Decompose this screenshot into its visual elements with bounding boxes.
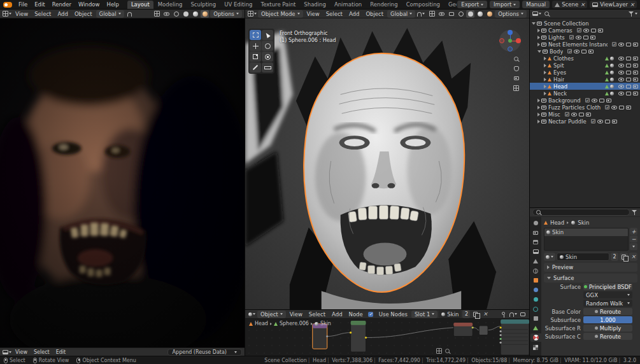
exclude-checkbox-icon[interactable]	[585, 98, 590, 102]
disable-render-icon[interactable]	[586, 113, 591, 116]
outliner-row-misc[interactable]: Misc	[530, 111, 640, 118]
material-slot[interactable]: Skin	[544, 228, 628, 236]
xray-toggle-icon[interactable]	[447, 10, 455, 18]
workspace-tab-compositing[interactable]: Compositing	[402, 1, 444, 9]
disable-viewport-icon[interactable]	[605, 120, 610, 123]
disable-render-icon[interactable]	[598, 29, 603, 32]
scene-selector[interactable]: Scene	[552, 1, 587, 8]
editor-type-icon[interactable]	[3, 10, 11, 18]
tab-particles[interactable]	[530, 295, 541, 304]
tool-transform[interactable]	[262, 52, 273, 62]
base-color-input-button[interactable]: Reroute	[583, 308, 632, 315]
transform-orientation-dropdown[interactable]: Global	[387, 10, 415, 18]
tool-cursor[interactable]	[262, 30, 273, 40]
breadcrumb-material[interactable]: Skin	[578, 220, 589, 226]
outliner-row-nest-elements-instances[interactable]: Nest Elements Instances	[530, 41, 640, 48]
unlink-material-icon[interactable]	[481, 311, 489, 318]
material-users-count[interactable]: 2	[611, 253, 618, 261]
tab-constraints[interactable]	[530, 314, 541, 323]
shading-solid-icon[interactable]	[181, 10, 190, 18]
expand-icon[interactable]	[537, 29, 540, 32]
exclude-checkbox-icon[interactable]	[612, 42, 616, 46]
gizmos-toggle-icon[interactable]	[428, 10, 436, 18]
disable-viewport-icon[interactable]	[599, 99, 604, 102]
expand-icon[interactable]	[537, 120, 540, 123]
overlays-toggle-icon[interactable]	[437, 10, 446, 18]
menu-view[interactable]: View	[13, 349, 30, 355]
disable-viewport-icon[interactable]	[626, 71, 631, 74]
tab-physics[interactable]	[530, 305, 541, 313]
camera-view-icon[interactable]	[514, 76, 519, 80]
browse-material-button[interactable]	[544, 253, 555, 261]
menu-view[interactable]: View	[304, 11, 322, 17]
menu-select[interactable]: Select	[32, 11, 53, 17]
outliner-row-neck[interactable]: Neck	[530, 90, 640, 97]
hide-icon[interactable]	[574, 50, 580, 53]
disable-viewport-icon[interactable]	[583, 36, 588, 39]
menu-edit[interactable]: Edit	[53, 349, 69, 355]
blender-logo-icon[interactable]	[3, 2, 12, 8]
breadcrumb-object[interactable]: Head	[550, 220, 564, 226]
disable-viewport-icon[interactable]	[579, 113, 584, 116]
hide-icon[interactable]	[618, 71, 624, 74]
outliner-row-spit[interactable]: Spit	[530, 62, 640, 69]
hide-icon[interactable]	[618, 92, 624, 95]
subsurface-method-dropdown[interactable]: Random Walk	[583, 300, 632, 307]
disable-render-icon[interactable]	[633, 78, 638, 81]
overlays-toggle-icon[interactable]	[518, 311, 527, 318]
menu-render[interactable]: Render	[49, 1, 75, 8]
exclude-checkbox-icon[interactable]	[577, 28, 581, 32]
z-axis-dot[interactable]	[508, 30, 513, 35]
slot-specials-button[interactable]	[630, 243, 637, 250]
editor-type-icon[interactable]	[3, 348, 11, 356]
hide-icon[interactable]	[597, 120, 603, 123]
options-dropdown[interactable]: Options	[495, 10, 527, 18]
shading-wireframe-icon[interactable]	[457, 10, 465, 18]
expand-icon[interactable]	[544, 71, 546, 74]
material-name-field[interactable]: Skin	[557, 253, 609, 261]
tool-measure[interactable]	[262, 62, 273, 73]
export-button[interactable]: Export	[457, 1, 487, 8]
disable-viewport-icon[interactable]	[591, 29, 596, 32]
editor-type-icon[interactable]	[532, 10, 541, 18]
exclude-checkbox-icon[interactable]	[591, 119, 595, 123]
menu-select[interactable]: Select	[306, 311, 328, 318]
hide-icon[interactable]	[571, 113, 577, 116]
negative-z-axis-dot[interactable]	[508, 46, 513, 52]
menu-add[interactable]: Add	[346, 11, 362, 17]
exclude-checkbox-icon[interactable]	[605, 105, 609, 109]
disable-render-icon[interactable]	[633, 71, 638, 74]
workspace-tab-animation[interactable]: Animation	[331, 1, 366, 9]
disable-render-icon[interactable]	[633, 57, 638, 60]
tab-texture[interactable]	[530, 343, 541, 351]
workspace-tab-uv-editing[interactable]: UV Editing	[220, 1, 256, 9]
add-slot-button[interactable]	[630, 228, 637, 235]
search-icon[interactable]	[543, 10, 551, 18]
menu-help[interactable]: Help	[103, 1, 122, 8]
shading-rendered-icon[interactable]	[201, 10, 209, 18]
disable-render-icon[interactable]	[633, 43, 638, 46]
overlays-toggle-icon[interactable]	[162, 10, 171, 18]
tab-object-data[interactable]	[530, 324, 541, 332]
x-axis-dot[interactable]	[516, 38, 521, 43]
material-slot-list[interactable]: Skin	[544, 228, 629, 251]
tab-render[interactable]	[530, 228, 541, 237]
disable-viewport-icon[interactable]	[626, 57, 631, 60]
outliner-row-lights[interactable]: Lights	[530, 34, 640, 41]
exclude-checkbox-icon[interactable]	[569, 35, 574, 39]
subsurface-slider[interactable]: 1.000	[583, 316, 632, 323]
disable-render-icon[interactable]	[588, 50, 594, 53]
material-selector[interactable]: Skin	[439, 311, 461, 318]
subsurface-radius-input-button[interactable]: Multiply	[583, 325, 632, 332]
outliner-row-fuzz-particles-cloth[interactable]: Fuzz Particles Cloth	[530, 104, 640, 111]
outliner-row-scene-collection[interactable]: Scene Collection	[530, 20, 640, 27]
manual-button[interactable]: Manual	[522, 1, 550, 8]
remove-slot-button[interactable]	[630, 235, 637, 242]
tool-rotate[interactable]	[262, 41, 273, 51]
expand-icon[interactable]	[537, 36, 540, 39]
hide-icon[interactable]	[618, 64, 624, 67]
outliner-row-eyes[interactable]: Eyes	[530, 69, 640, 76]
disable-render-icon[interactable]	[633, 64, 638, 67]
menu-object[interactable]: Object	[363, 11, 386, 17]
last-operator-panel[interactable]: Append (Reuse Data)	[167, 349, 242, 356]
